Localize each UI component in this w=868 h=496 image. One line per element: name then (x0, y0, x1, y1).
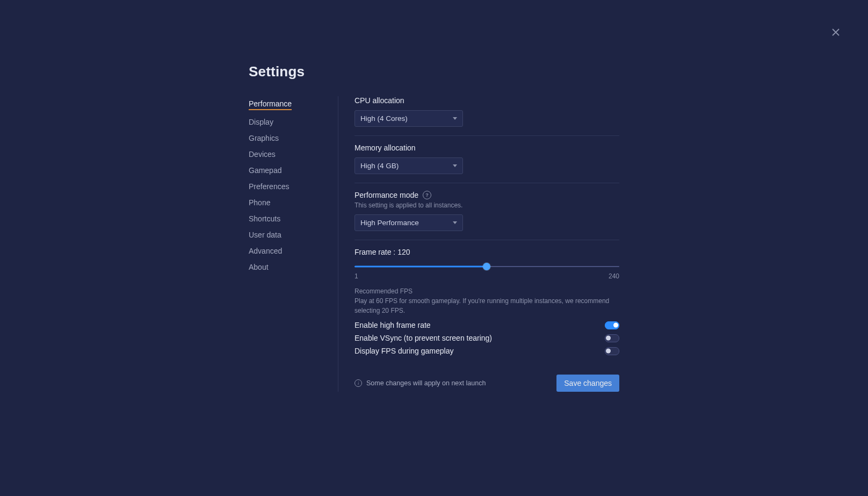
frame-rate-label: Frame rate : 120 (355, 248, 619, 256)
info-icon: i (355, 379, 362, 387)
memory-select-value: High (4 GB) (360, 162, 399, 170)
slider-min-max: 1 240 (355, 272, 619, 280)
caret-down-icon (453, 117, 457, 120)
toggle-display-fps-row: Display FPS during gameplay (355, 347, 619, 355)
sidebar-item-gamepad[interactable]: Gamepad (249, 166, 281, 175)
toggle-high-frame[interactable] (605, 321, 619, 329)
main-panel: CPU allocation High (4 Cores) Memory all… (338, 96, 619, 392)
recommended-title: Recommended FPS (355, 287, 619, 295)
toggle-vsync-label: Enable VSync (to prevent screen tearing) (355, 334, 492, 342)
perf-mode-label: Performance mode (355, 191, 418, 199)
memory-section: Memory allocation High (4 GB) (355, 143, 619, 183)
slider-max: 240 (609, 272, 619, 280)
perf-mode-section: Performance mode ? This setting is appli… (355, 191, 619, 240)
toggle-vsync[interactable] (605, 334, 619, 342)
sidebar-item-advanced[interactable]: Advanced (249, 247, 282, 255)
frame-rate-value: 120 (397, 248, 410, 256)
settings-page: Settings Performance Display Graphics De… (0, 0, 868, 496)
toggle-knob (606, 349, 611, 354)
toggle-display-fps[interactable] (605, 347, 619, 355)
frame-rate-section: Frame rate : 120 1 240 Recommended FPS P… (355, 248, 619, 355)
sidebar-item-graphics[interactable]: Graphics (249, 134, 279, 142)
toggle-knob (613, 323, 618, 328)
sidebar-item-display[interactable]: Display (249, 118, 273, 126)
toggle-display-fps-label: Display FPS during gameplay (355, 347, 453, 355)
sidebar: Performance Display Graphics Devices Gam… (249, 96, 338, 392)
sidebar-item-preferences[interactable]: Preferences (249, 182, 289, 191)
caret-down-icon (453, 164, 457, 167)
page-title: Settings (249, 63, 619, 80)
cpu-section: CPU allocation High (4 Cores) (355, 96, 619, 136)
content-wrap: Settings Performance Display Graphics De… (249, 0, 619, 424)
sidebar-item-devices[interactable]: Devices (249, 150, 276, 159)
perf-mode-select-value: High Performance (360, 219, 419, 227)
recommended-block: Recommended FPS Play at 60 FPS for smoot… (355, 287, 619, 315)
save-button[interactable]: Save changes (556, 375, 619, 392)
toggle-high-frame-row: Enable high frame rate (355, 321, 619, 329)
perf-mode-select[interactable]: High Performance (355, 214, 463, 231)
close-button[interactable] (829, 26, 842, 39)
memory-label: Memory allocation (355, 143, 619, 152)
toggle-knob (606, 336, 611, 341)
sidebar-item-shortcuts[interactable]: Shortcuts (249, 214, 280, 223)
footer-note-row: i Some changes will apply on next launch (355, 379, 486, 387)
slider-min: 1 (355, 272, 358, 280)
slider-thumb[interactable] (483, 263, 490, 270)
toggle-vsync-row: Enable VSync (to prevent screen tearing) (355, 334, 619, 342)
perf-mode-note: This setting is applied to all instances… (355, 202, 619, 209)
cpu-select[interactable]: High (4 Cores) (355, 110, 463, 127)
memory-select[interactable]: High (4 GB) (355, 157, 463, 174)
sidebar-item-about[interactable]: About (249, 263, 269, 271)
footer-note: Some changes will apply on next launch (366, 379, 486, 387)
caret-down-icon (453, 221, 457, 224)
sidebar-item-performance[interactable]: Performance (249, 99, 292, 110)
recommended-text: Play at 60 FPS for smooth gameplay. If y… (355, 296, 619, 315)
help-icon[interactable]: ? (423, 191, 431, 199)
frame-rate-slider[interactable] (355, 263, 619, 270)
footer: i Some changes will apply on next launch… (355, 375, 619, 392)
columns: Performance Display Graphics Devices Gam… (249, 96, 619, 392)
cpu-select-value: High (4 Cores) (360, 114, 408, 123)
perf-mode-label-row: Performance mode ? (355, 191, 619, 199)
sidebar-item-phone[interactable]: Phone (249, 198, 270, 207)
toggle-high-frame-label: Enable high frame rate (355, 321, 431, 329)
sidebar-item-user-data[interactable]: User data (249, 231, 281, 239)
slider-fill (355, 266, 487, 268)
cpu-label: CPU allocation (355, 96, 619, 105)
close-icon (832, 28, 840, 36)
